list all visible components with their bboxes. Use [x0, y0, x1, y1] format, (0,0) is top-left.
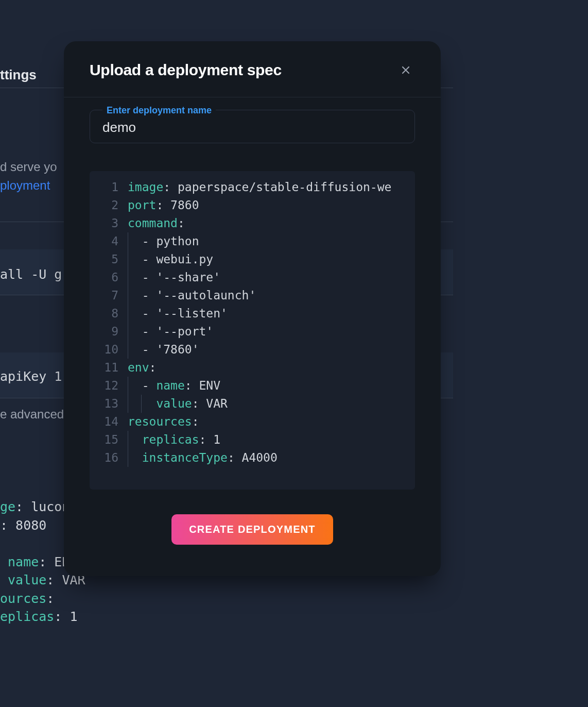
close-icon	[401, 65, 411, 75]
close-button[interactable]	[396, 61, 415, 79]
line-gutter: 12345678910111213141516	[90, 178, 128, 467]
modal-body: Enter deployment name 123456789101112131…	[64, 97, 441, 576]
tab-partial: ttings	[0, 67, 37, 83]
code-content[interactable]: image: paperspace/stable-diffusion-wepor…	[128, 178, 415, 467]
modal-header: Upload a deployment spec	[64, 41, 441, 97]
upload-deployment-modal: Upload a deployment spec Enter deploymen…	[64, 41, 441, 576]
deployment-name-input[interactable]	[102, 120, 402, 136]
bg-link: ployment	[0, 178, 50, 193]
bg-text: e advanced	[0, 407, 64, 422]
bg-text: d serve yo	[0, 160, 57, 174]
bg-code: all -U gr	[0, 267, 70, 282]
deployment-name-label: Enter deployment name	[102, 105, 216, 116]
modal-title: Upload a deployment spec	[90, 61, 282, 79]
deployment-name-field-wrap: Enter deployment name	[90, 110, 415, 143]
bg-code: apiKey 1	[0, 369, 62, 384]
create-deployment-button[interactable]: CREATE DEPLOYMENT	[171, 514, 333, 545]
modal-footer: CREATE DEPLOYMENT	[90, 490, 415, 566]
spec-editor[interactable]: 12345678910111213141516 image: paperspac…	[90, 171, 415, 490]
